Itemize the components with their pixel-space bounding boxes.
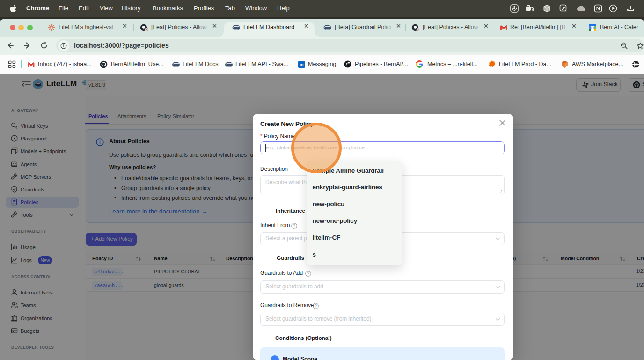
- svg-text:?: ?: [307, 271, 309, 276]
- svg-text:?: ?: [293, 223, 295, 228]
- svg-text:?: ?: [315, 303, 317, 308]
- svg-text:10: 10: [591, 26, 594, 29]
- svg-text:in: in: [300, 62, 304, 67]
